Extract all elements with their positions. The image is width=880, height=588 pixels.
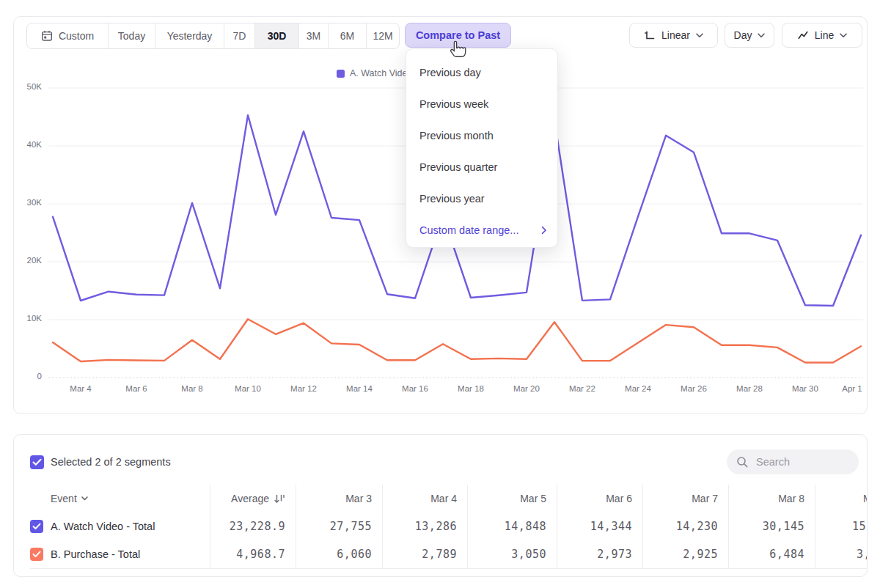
calendar-icon xyxy=(41,30,53,42)
sort-descending-icon xyxy=(274,494,285,504)
day-value: 2,925 xyxy=(683,548,718,561)
event-column-header[interactable]: Event xyxy=(30,485,210,512)
day-column-header[interactable]: Mar 3 xyxy=(296,485,382,512)
row-checkbox-watch-video[interactable] xyxy=(30,520,43,533)
line-chart-icon xyxy=(797,29,809,41)
day-value: 14,848 xyxy=(505,520,546,533)
day-value-clipped: 3, xyxy=(857,548,868,561)
menu-item-previous-quarter[interactable]: Previous quarter xyxy=(406,151,557,183)
analytics-dashboard: Custom Today Yesterday 7D 30D 3M 6M 12M … xyxy=(0,0,880,588)
menu-item-previous-year[interactable]: Previous year xyxy=(406,183,557,214)
chevron-down-icon xyxy=(81,496,88,501)
selected-count-label: Selected 2 of 2 segments xyxy=(51,456,171,468)
scale-dropdown-button[interactable]: Linear xyxy=(629,23,718,48)
segment-label: B. Purchase - Total xyxy=(51,548,140,560)
range-30d-selected[interactable]: 30D xyxy=(255,23,299,48)
range-7d[interactable]: 7D xyxy=(224,23,255,48)
day-column-header[interactable]: Mar 6 xyxy=(557,485,642,512)
segment-label: A. Watch Video - Total xyxy=(51,521,155,532)
chart-type-dropdown-button[interactable]: Line xyxy=(782,23,862,48)
range-3m[interactable]: 3M xyxy=(299,23,329,48)
day-value: 2,789 xyxy=(422,548,457,561)
segments-selected-bar: Selected 2 of 2 segments xyxy=(30,449,171,474)
day-column-header[interactable]: Mar 4 xyxy=(382,485,467,512)
table-row-purchase: B. Purchase - Total 4,968.7 6,060 2,789 … xyxy=(30,540,868,568)
chevron-down-icon xyxy=(696,33,703,38)
chevron-down-icon xyxy=(758,33,765,38)
interval-dropdown-button[interactable]: Day xyxy=(725,23,774,48)
day-column-header[interactable]: Mar 5 xyxy=(467,485,557,512)
average-value: 23,228.9 xyxy=(230,520,285,533)
day-value: 6,484 xyxy=(769,548,804,561)
day-value: 3,050 xyxy=(511,548,546,561)
day-value: 27,755 xyxy=(330,520,372,533)
day-value-clipped: 15, xyxy=(852,520,868,533)
search-icon xyxy=(736,456,749,468)
day-column-header[interactable]: Mar 7 xyxy=(642,485,728,512)
compare-to-past-menu: Previous day Previous week Previous mont… xyxy=(406,48,558,248)
range-12m[interactable]: 12M xyxy=(367,23,399,48)
table-row-watch-video: A. Watch Video - Total 23,228.9 27,755 1… xyxy=(30,512,868,540)
day-value: 30,145 xyxy=(763,520,804,533)
table-header-row: Event Average Mar 3 Mar 4 Mar 5 xyxy=(30,485,868,512)
day-value: 14,344 xyxy=(590,520,632,533)
chevron-right-icon xyxy=(541,226,547,235)
row-checkbox-purchase[interactable] xyxy=(30,548,43,561)
range-today[interactable]: Today xyxy=(109,23,155,48)
segments-table: Event Average Mar 3 Mar 4 Mar 5 xyxy=(30,485,868,569)
legend-item-watch-video[interactable]: A. Watch Video xyxy=(337,68,412,78)
segments-card: Selected 2 of 2 segments Event Average xyxy=(13,434,868,577)
date-range-segmented-control: Custom Today Yesterday 7D 30D 3M 6M 12M xyxy=(26,23,400,49)
range-label: Custom xyxy=(59,30,94,42)
day-value: 6,060 xyxy=(337,548,372,561)
menu-item-previous-week[interactable]: Previous week xyxy=(406,88,557,120)
menu-item-previous-month[interactable]: Previous month xyxy=(406,120,557,151)
day-column-header[interactable]: Mar 8 xyxy=(728,485,815,512)
average-column-header[interactable]: Average xyxy=(210,485,296,512)
average-value: 4,968.7 xyxy=(236,548,285,561)
range-custom[interactable]: Custom xyxy=(27,23,109,48)
axes-icon xyxy=(644,29,656,41)
day-value: 13,286 xyxy=(415,520,457,533)
chevron-down-icon xyxy=(840,33,847,38)
series-a-swatch xyxy=(337,70,345,78)
select-all-checkbox[interactable] xyxy=(30,455,44,469)
segment-search xyxy=(727,449,859,474)
menu-item-custom-date-range[interactable]: Custom date range... xyxy=(406,214,557,246)
range-yesterday[interactable]: Yesterday xyxy=(155,23,224,48)
menu-item-previous-day[interactable]: Previous day xyxy=(406,56,557,88)
day-value: 14,230 xyxy=(676,520,718,533)
clipped-day-column-header: M xyxy=(815,485,868,512)
day-value: 2,973 xyxy=(597,548,632,561)
range-6m[interactable]: 6M xyxy=(329,23,367,48)
compare-to-past-button[interactable]: Compare to Past xyxy=(405,23,511,48)
